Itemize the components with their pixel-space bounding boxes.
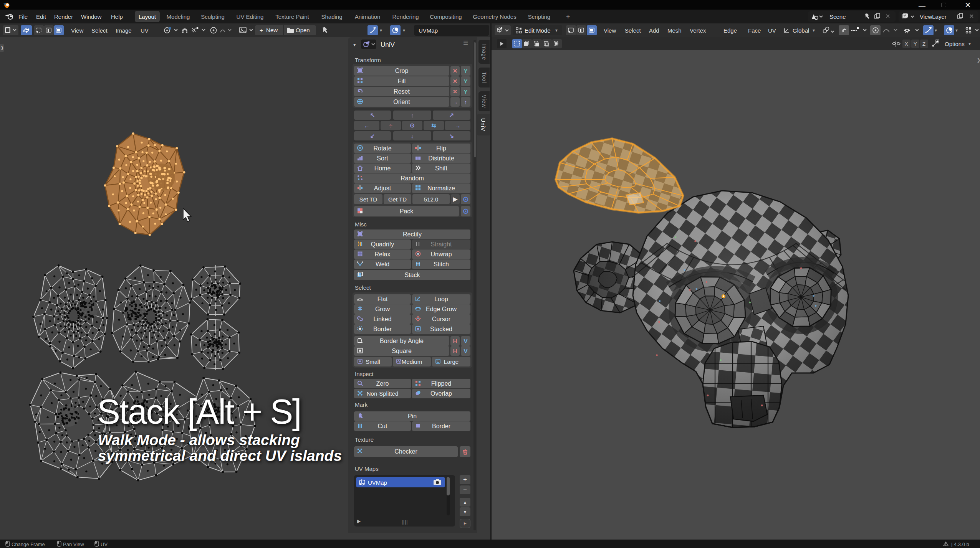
svg-text:u: u [417,252,419,256]
